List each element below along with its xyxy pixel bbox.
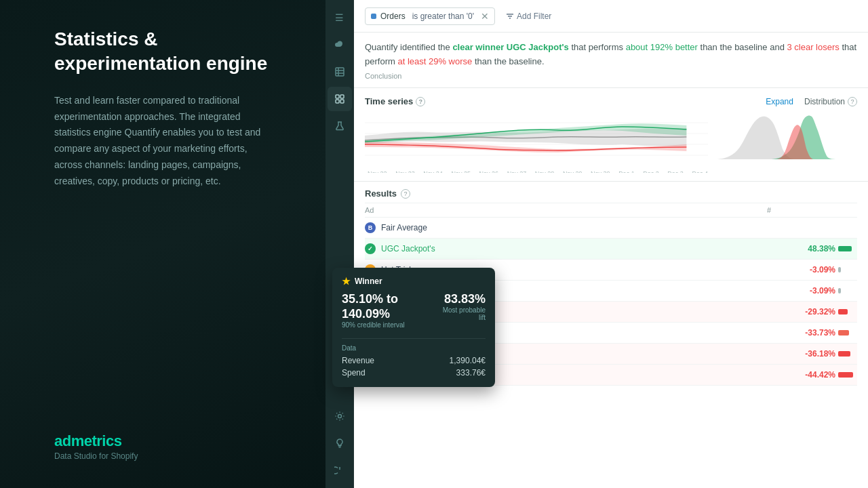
row-bar-ugc-jackpots (838, 243, 857, 254)
insight-winner: clear winner UGC Jackpot's (452, 42, 568, 52)
distribution-chart (708, 112, 857, 173)
col-header-num: # (755, 206, 783, 214)
table-row: B Fair Average (365, 218, 857, 239)
table-header: Ad # (365, 203, 857, 218)
icon-sidebar: ☰ (326, 0, 354, 488)
winner-probability: 83.83% (439, 292, 486, 306)
row-pct-ugc-jackpots: 48.38% (781, 244, 835, 253)
svg-rect-5 (340, 95, 344, 98)
col-header-ad: Ad (365, 206, 755, 214)
winner-range-block: 35.10% to 140.09% 90% credible interval (342, 292, 439, 333)
row-pct-hat-videos: -3.09% (781, 286, 835, 296)
svg-rect-4 (336, 95, 339, 98)
svg-rect-0 (336, 68, 344, 76)
row-pct-ugc2video: -36.18% (781, 349, 835, 359)
logo-text: admetrics (54, 432, 271, 450)
insight-area: Quantify identified the clear winner UGC… (354, 33, 868, 88)
winner-prob-sub: Most probable lift (439, 306, 486, 321)
row-name-ugc-jackpots: UGC Jackpot's (381, 244, 754, 253)
winner-range-sub: 90% credible interval (342, 321, 439, 329)
row-bar-fair-average (838, 222, 857, 233)
sidebar-item-power[interactable] (328, 458, 352, 483)
star-icon: ★ (342, 276, 351, 287)
filter-condition: is greater than '0' (412, 12, 474, 21)
row-pct-madhatter: -33.73% (781, 328, 835, 338)
revenue-value: 1,390.04€ (450, 356, 486, 365)
svg-rect-7 (340, 100, 344, 103)
row-name-fair-average: Fair Average (381, 223, 754, 232)
spend-value: 333.76€ (456, 368, 486, 378)
row-pct-hat-trick: -3.09% (781, 265, 835, 274)
add-filter-button[interactable]: Add Filter (500, 9, 557, 24)
time-series-chart: Nov 22Nov 23Nov 24Nov 25Nov 26 Nov 27Nov… (365, 112, 708, 173)
spend-label: Spend (342, 368, 366, 378)
description-text: Test and learn faster compared to tradit… (54, 93, 271, 190)
sidebar-item-table[interactable] (328, 60, 352, 84)
insight-mid1: that performs (571, 42, 623, 52)
main-content: Orders is greater than '0' ✕ Add Filter … (354, 0, 868, 488)
insight-label: Conclusion (365, 70, 857, 83)
filter-tag-orders[interactable]: Orders is greater than '0' ✕ (365, 7, 495, 25)
logo-area: admetrics Data Studio for Shopify (54, 432, 271, 461)
row-pct-hat-carousel: -29.32% (781, 307, 835, 317)
insight-text: Quantify identified the clear winner UGC… (365, 41, 857, 69)
insight-mid2: than the baseline and (701, 42, 785, 52)
main-heading: Statistics & experimentation engine (54, 27, 271, 77)
winner-tooltip-label: Winner (355, 277, 382, 286)
winner-tooltip-header: ★ Winner (342, 276, 486, 287)
time-series-help-icon[interactable]: ? (416, 97, 425, 106)
charts-row: Nov 22Nov 23Nov 24Nov 25Nov 26 Nov 27Nov… (365, 112, 857, 173)
filter-bar: Orders is greater than '0' ✕ Add Filter (354, 0, 868, 33)
distribution-label: Distribution ? (804, 97, 857, 106)
winner-tooltip: ★ Winner 35.10% to 140.09% 90% credible … (332, 268, 495, 387)
tooltip-revenue-row: Revenue 1,390.04€ (342, 354, 486, 367)
row-bar-hat-trick (838, 264, 857, 275)
sidebar-item-flask[interactable] (328, 114, 352, 138)
filter-dot (371, 14, 376, 19)
sidebar-item-cloud[interactable] (328, 33, 352, 57)
tooltip-spend-row: Spend 333.76€ (342, 367, 486, 379)
insight-better-pct: about 192% better (626, 42, 698, 52)
filter-close-button[interactable]: ✕ (481, 11, 489, 22)
insight-worse-pct: at least 29% worse (397, 56, 472, 66)
time-series-svg (365, 112, 708, 166)
distribution-svg (708, 112, 857, 166)
winner-prob-block: 83.83% Most probable lift (439, 292, 486, 321)
distribution-help-icon[interactable]: ? (848, 97, 857, 106)
insight-losers: 3 clear losers (787, 42, 839, 52)
winner-stats-row: 35.10% to 140.09% 90% credible interval … (342, 292, 486, 333)
charts-header: Time series ? Expand Distribution ? (365, 96, 857, 106)
row-indicator-winner: ✓ (365, 243, 376, 254)
svg-rect-6 (336, 100, 339, 103)
row-indicator-baseline: B (365, 222, 376, 233)
charts-section: Time series ? Expand Distribution ? (354, 88, 868, 182)
results-header: Results ? (365, 182, 857, 203)
left-panel: Statistics & experimentation engine Test… (0, 0, 326, 488)
sidebar-item-bulb[interactable] (328, 431, 352, 455)
row-bar-madhatter (838, 327, 857, 338)
expand-link[interactable]: Expand (766, 97, 793, 106)
insight-prefix: Quantify identified the (365, 42, 450, 52)
time-series-title: Time series ? (365, 96, 425, 106)
sidebar-item-settings[interactable] (328, 404, 352, 428)
sidebar-item-grid[interactable] (328, 87, 352, 111)
left-content: Statistics & experimentation engine Test… (54, 27, 271, 190)
results-help-icon[interactable]: ? (401, 189, 410, 199)
winner-range: 35.10% to 140.09% (342, 292, 439, 321)
sidebar-bottom (328, 404, 352, 483)
insight-suffix: than the baseline. (475, 56, 545, 66)
results-title: Results (365, 188, 397, 199)
filter-field-label: Orders (380, 12, 406, 21)
svg-point-9 (338, 415, 341, 418)
add-filter-label: Add Filter (517, 12, 551, 21)
logo-sub: Data Studio for Shopify (54, 451, 271, 461)
row-bar-9x16hats (838, 369, 857, 380)
revenue-label: Revenue (342, 356, 374, 365)
tooltip-divider (342, 338, 486, 339)
row-bar-hat-carousel (838, 306, 857, 317)
sidebar-item-menu[interactable]: ☰ (328, 5, 352, 30)
row-bar-hat-videos (838, 285, 857, 296)
tooltip-data-title: Data (342, 344, 486, 352)
chart-x-labels: Nov 22Nov 23Nov 24Nov 25Nov 26 Nov 27Nov… (365, 170, 708, 173)
row-pct-9x16hats: -44.42% (781, 370, 835, 380)
